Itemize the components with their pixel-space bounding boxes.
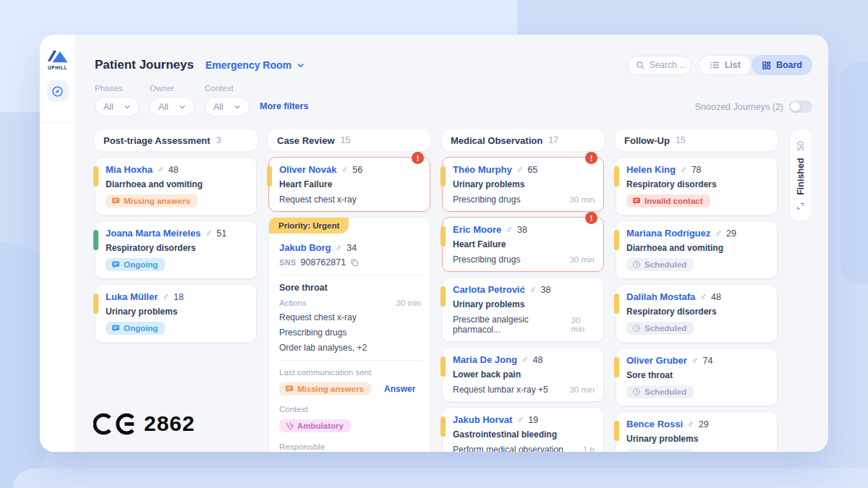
filter-phases: Phases All	[95, 84, 140, 116]
patient-age: 48	[533, 355, 543, 365]
clock-icon	[632, 324, 641, 333]
chat-icon	[632, 197, 641, 205]
column-follow-up: Follow-Up 15 Helen King♂78 Respiratory d…	[616, 129, 778, 452]
toggle-knob	[791, 102, 800, 111]
patient-age: 74	[703, 356, 713, 366]
chat-icon	[111, 197, 120, 205]
status-badge: Scheduled	[626, 449, 694, 452]
view-list-button[interactable]: List	[699, 55, 752, 75]
patient-name[interactable]: Luka Müller	[106, 291, 158, 302]
male-icon: ♂	[506, 224, 513, 235]
patient-card[interactable]: Carlota Petrović♂38 Urinary problems Pre…	[442, 277, 604, 342]
patient-name[interactable]: Joana Marta Meireles	[106, 228, 201, 239]
patient-card[interactable]: ! Théo Murphy♂65 Urinary problems Prescr…	[442, 157, 604, 212]
patient-card[interactable]: Joana Marta Meireles♂51 Respiratory diso…	[95, 221, 257, 279]
patient-name[interactable]: Oliver Gruber	[626, 355, 687, 366]
next-action: Request chest x-ray	[279, 194, 357, 205]
priority-accent	[614, 357, 619, 377]
column-case-review: Case Review 15 ! Oliver Novák♂56 Heart F…	[268, 129, 430, 452]
condition: Lower back pain	[453, 369, 595, 380]
patient-card[interactable]: ! Oliver Novák♂56 Heart Failure Request …	[268, 157, 430, 212]
patient-card[interactable]: Bence Rossi♂29 Urinary problems Schedule…	[616, 411, 778, 452]
patient-name[interactable]: Carlota Petrović	[453, 284, 525, 295]
patient-card[interactable]: Mia Hoxha♂48 Diarrhoea and vomiting Miss…	[95, 157, 257, 215]
scope-selector[interactable]: Emergency Room	[205, 59, 305, 71]
patient-age: 19	[528, 415, 538, 425]
patient-card[interactable]: Oliver Gruber♂74 Sore throat Scheduled	[616, 348, 778, 406]
badge-label: Missing answers	[124, 197, 190, 205]
action-item: Prescribing drugs	[279, 328, 421, 338]
condition: Gastrointestinal bleeding	[453, 429, 595, 440]
column-count: 17	[548, 135, 558, 145]
patient-name[interactable]: Théo Murphy	[453, 164, 512, 175]
snoozed-toggle[interactable]	[789, 100, 812, 113]
priority-accent	[614, 294, 619, 314]
priority-pill: Priority: Urgent	[269, 218, 349, 234]
patient-card-expanded[interactable]: Priority: Urgent Jakub Borg♂34 SNS 90876…	[268, 217, 430, 452]
filter-context-select[interactable]: All	[205, 97, 250, 116]
patient-age: 38	[540, 285, 550, 295]
priority-accent	[93, 294, 98, 314]
search-box[interactable]	[628, 56, 692, 75]
chevron-down-icon	[234, 103, 241, 111]
column-medical-observation: Medical Observation 17 ! Théo Murphy♂65 …	[442, 129, 604, 452]
patient-name[interactable]: Mariana Rodríguez	[626, 228, 710, 239]
answer-link[interactable]: Answer	[384, 384, 415, 394]
badge-label: Invalid contact	[644, 197, 703, 205]
copy-icon[interactable]	[350, 258, 359, 267]
action-time: 30 min	[571, 316, 595, 333]
compass-icon	[51, 85, 64, 98]
column-title: Post-triage Assessment	[103, 135, 210, 146]
patient-age: 18	[174, 292, 184, 302]
column-count: 3	[216, 135, 221, 145]
header: Patient Journeys Emergency Room	[95, 55, 812, 75]
condition: Respiratory disorders	[626, 179, 768, 189]
patient-card[interactable]: ! Eric Moore♂38 Heart Failure Prescribin…	[442, 217, 604, 272]
alert-icon: !	[585, 212, 597, 224]
more-filters-link[interactable]: More filters	[260, 101, 308, 111]
badge-label: Scheduled	[644, 388, 686, 396]
snoozed-journeys: Snoozed Journeys (2)	[695, 100, 812, 113]
filter-phases-value: All	[103, 102, 114, 112]
patient-card[interactable]: Jakub Horvat♂19 Gastrointestinal bleedin…	[442, 407, 604, 452]
patient-name[interactable]: Dalilah Mostafa	[626, 291, 695, 302]
condition: Urinary problems	[626, 434, 768, 444]
view-board-button[interactable]: Board	[752, 55, 812, 75]
responsible-label: Responsible	[279, 442, 421, 451]
patient-name[interactable]: Bence Rossi	[626, 419, 683, 429]
patient-name[interactable]: Mia Hoxha	[106, 164, 153, 175]
patient-name[interactable]: Oliver Novák	[279, 164, 337, 175]
status-badge: Scheduled	[626, 258, 694, 271]
board-icon	[762, 61, 771, 70]
list-icon	[710, 60, 720, 70]
priority-accent	[441, 226, 446, 247]
action-time: 30 min	[569, 385, 595, 394]
filter-phases-select[interactable]: All	[95, 97, 140, 116]
priority-accent	[441, 416, 446, 437]
column-count: 15	[676, 135, 686, 145]
patient-card[interactable]: Mariana Rodríguez♂29 Diarrhoea and vomit…	[616, 221, 778, 279]
patient-card[interactable]: Maria De Jong♂48 Lower back pain Request…	[442, 347, 604, 402]
column-header: Medical Observation 17	[442, 129, 604, 151]
sidebar-item-journeys[interactable]	[47, 80, 69, 102]
filter-owner-select[interactable]: All	[150, 97, 195, 116]
male-icon: ♂	[516, 164, 524, 175]
patient-name[interactable]: Maria De Jong	[453, 354, 517, 365]
patient-name[interactable]: Jakub Borg	[279, 242, 331, 253]
condition: Heart Failure	[453, 239, 595, 249]
clock-icon	[632, 451, 641, 452]
patient-name[interactable]: Eric Moore	[453, 224, 501, 235]
male-icon: ♂	[162, 291, 169, 302]
patient-card[interactable]: Helen King♂78 Respiratory disorders Inva…	[616, 157, 778, 215]
patient-name[interactable]: Jakub Horvat	[453, 414, 512, 425]
priority-accent	[614, 166, 619, 187]
search-input[interactable]	[650, 60, 692, 70]
patient-card[interactable]: Luka Müller♂18 Urinary problems Ongoing	[95, 284, 257, 343]
status-badge: Ongoing	[106, 322, 165, 335]
column-finished-collapsed[interactable]: Finished 50	[791, 129, 811, 221]
patient-name[interactable]: Helen King	[626, 164, 676, 175]
chat-icon	[285, 385, 294, 393]
priority-accent	[267, 166, 272, 187]
clock-icon	[632, 388, 641, 396]
patient-card[interactable]: Dalilah Mostafa♂48 Respiratory disorders…	[616, 284, 778, 343]
